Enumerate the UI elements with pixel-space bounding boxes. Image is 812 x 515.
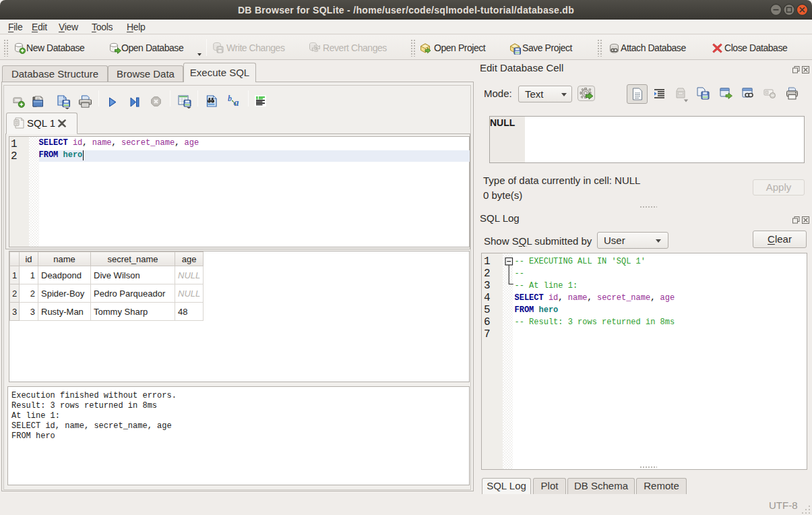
svg-text:a: a <box>234 97 239 107</box>
svg-text:b: b <box>228 94 232 103</box>
